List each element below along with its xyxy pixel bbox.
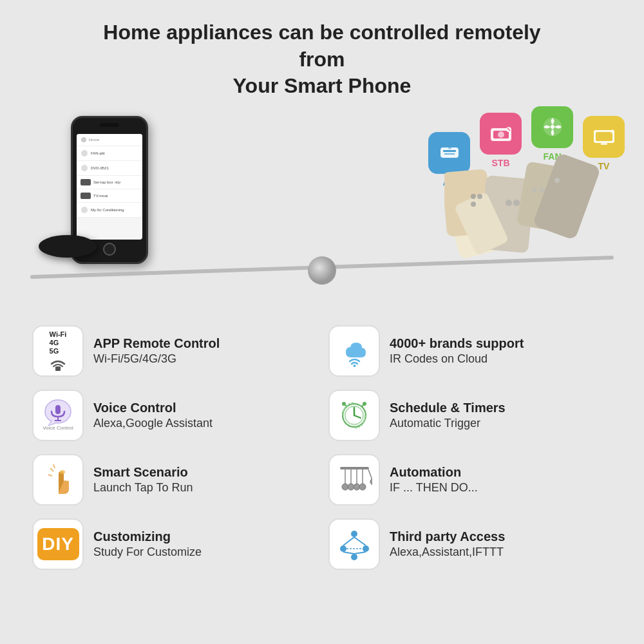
feature-diy: DIY Customizing Study For Customize (32, 518, 316, 570)
phone-item-3: Set-top box -trjv (77, 176, 142, 189)
svg-point-30 (471, 202, 476, 207)
svg-point-31 (506, 200, 512, 206)
schedule-text: Schedule & Timers Automatic Trigger (390, 399, 506, 431)
feature-third-party: Third party Access Alexa,Assistant,IFTTT (328, 518, 612, 570)
svg-point-21 (308, 256, 336, 285)
third-party-title: Third party Access (390, 528, 505, 545)
svg-point-63 (359, 484, 366, 490)
feature-schedule: Schedule & Timers Automatic Trigger (328, 390, 612, 441)
svg-line-72 (343, 552, 354, 554)
phone-item-1: FAN-pitt (77, 146, 142, 161)
remotes-pile (444, 145, 612, 261)
svg-line-71 (354, 537, 366, 545)
fan-icon (531, 106, 573, 148)
voice-subtitle: Alexa,Google Assistant (93, 416, 213, 431)
phone-item-4: TV-moai (77, 189, 142, 203)
app-remote-text: APP Remote Control Wi-Fi/5G/4G/3G (93, 335, 220, 366)
svg-line-64 (368, 469, 372, 480)
svg-point-69 (351, 554, 357, 560)
svg-point-65 (370, 478, 372, 485)
smart-scenario-title: Smart Scenario (93, 464, 193, 480)
diy-label: DIY (42, 534, 74, 554)
svg-point-49 (342, 402, 346, 406)
svg-point-17 (81, 150, 88, 156)
svg-rect-55 (340, 467, 369, 469)
svg-point-29 (477, 194, 482, 199)
diy-icon-box: DIY (32, 518, 84, 570)
svg-point-15 (611, 129, 614, 133)
schedule-title: Schedule & Timers (390, 399, 506, 416)
diy-title: Customizing (93, 528, 202, 545)
voice-text: Voice Control Alexa,Google Assistant (93, 399, 213, 431)
svg-point-18 (81, 165, 88, 171)
svg-point-34 (540, 187, 545, 193)
wifi-icon-box: Wi-Fi4G5G (32, 325, 84, 377)
main-title: Home appliances can be controlled remote… (13, 19, 631, 100)
svg-line-52 (50, 468, 53, 471)
smart-scenario-subtitle: Launch Tap To Run (93, 480, 193, 495)
svg-point-37 (353, 365, 355, 367)
header-section: Home appliances can be controlled remote… (0, 0, 644, 100)
svg-point-11 (551, 125, 554, 129)
svg-point-7 (498, 131, 504, 138)
automation-title: Automation (390, 464, 478, 480)
svg-point-33 (532, 187, 537, 193)
svg-rect-13 (596, 132, 612, 141)
svg-point-51 (60, 470, 65, 474)
ir-codes-text: 4000+ brands support IR Codes on Cloud (390, 335, 524, 366)
svg-text:Voice Control: Voice Control (43, 425, 73, 431)
svg-point-32 (513, 200, 520, 206)
feature-ir-codes: 4000+ brands support IR Codes on Cloud (328, 325, 612, 377)
features-grid: Wi-Fi4G5G APP Remote Control Wi-Fi/5G/4G… (0, 312, 644, 583)
cloud-icon-box (328, 325, 380, 377)
svg-point-66 (351, 531, 357, 537)
svg-line-73 (354, 552, 366, 554)
ir-codes-subtitle: IR Codes on Cloud (390, 352, 524, 366)
pendulum-icon-box (328, 454, 380, 506)
tap-icon-box (32, 454, 84, 506)
third-party-text: Third party Access Alexa,Assistant,IFTTT (390, 528, 505, 560)
diy-text: Customizing Study For Customize (93, 528, 202, 560)
voice-title: Voice Control (93, 399, 213, 416)
schedule-subtitle: Automatic Trigger (390, 416, 506, 431)
svg-rect-36 (55, 366, 61, 371)
phone-item-2: DVD-9521 (77, 161, 142, 176)
diy-subtitle: Study For Customize (93, 545, 202, 560)
phone-screen-header: Home (77, 134, 142, 146)
svg-point-16 (81, 137, 86, 142)
svg-point-50 (363, 402, 366, 406)
svg-line-54 (53, 464, 55, 468)
graph-icon-box (328, 518, 380, 570)
feature-automation: Automation IF ... THEN DO... (328, 454, 612, 506)
balance-section: ❄ AC STB (0, 106, 644, 306)
svg-line-53 (48, 475, 52, 476)
automation-text: Automation IF ... THEN DO... (390, 464, 478, 495)
svg-point-28 (471, 194, 476, 199)
app-remote-title: APP Remote Control (93, 335, 220, 352)
smart-scenario-text: Smart Scenario Launch Tap To Run (93, 464, 193, 495)
svg-point-19 (81, 207, 88, 213)
svg-point-35 (554, 178, 560, 183)
ir-codes-title: 4000+ brands support (390, 335, 524, 352)
phone-screen: Home FAN-pitt DVD-9521 Set-top box -trjv… (77, 134, 142, 240)
phone-notch (100, 123, 119, 127)
svg-line-70 (343, 537, 354, 545)
svg-rect-39 (55, 405, 61, 414)
phone-item-5: My Air Conditioning (77, 203, 142, 218)
feature-smart-scenario: Smart Scenario Launch Tap To Run (32, 454, 316, 506)
app-remote-subtitle: Wi-Fi/5G/4G/3G (93, 352, 220, 366)
timer-icon-box (328, 390, 380, 441)
automation-subtitle: IF ... THEN DO... (390, 480, 478, 495)
third-party-subtitle: Alexa,Assistant,IFTTT (390, 545, 505, 560)
feature-voice: Voice Control Voice Control Alexa,Google… (32, 390, 316, 441)
feature-app-remote: Wi-Fi4G5G APP Remote Control Wi-Fi/5G/4G… (32, 325, 316, 377)
voice-icon-box: Voice Control (32, 390, 84, 441)
